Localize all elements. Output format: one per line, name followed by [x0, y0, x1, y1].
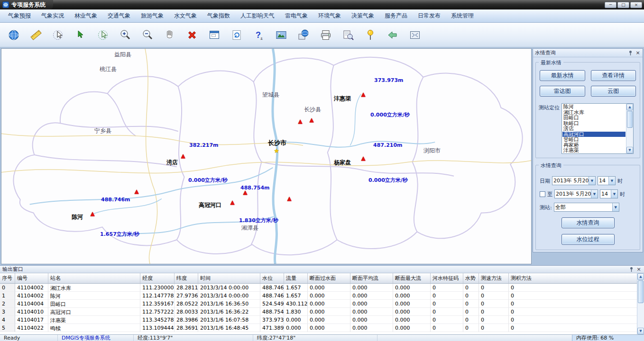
table-row[interactable]: 3 41104010 高冠河口 112.757222 28.003333 201…: [0, 308, 644, 316]
scroll-down-icon[interactable]: ▼: [626, 147, 633, 153]
column-header[interactable]: 测速方法: [479, 273, 509, 283]
menu-item[interactable]: 林业气象: [69, 9, 102, 23]
select-features-button[interactable]: [49, 25, 67, 45]
panel-close-icon[interactable]: ×: [635, 50, 641, 55]
print-button[interactable]: [317, 25, 335, 45]
menu-item[interactable]: 雷电气象: [280, 9, 313, 23]
menu-item[interactable]: 气象指数: [202, 9, 235, 23]
station-marker-icon[interactable]: ▲: [134, 188, 138, 194]
pin-icon[interactable]: [629, 267, 634, 272]
menu-item[interactable]: 服务产品: [379, 9, 413, 23]
locate-button[interactable]: [361, 25, 379, 45]
column-header[interactable]: 水势: [463, 273, 479, 283]
table-cell: 488.746: [260, 292, 284, 300]
table-row[interactable]: 1 41104002 陈河 112.147778 27.973611 2013/…: [0, 292, 644, 300]
clear-button[interactable]: [183, 25, 201, 45]
image-button[interactable]: [272, 25, 290, 45]
menu-item[interactable]: 日常发布: [413, 9, 446, 23]
zoom-in-button[interactable]: [116, 25, 134, 45]
menu-item[interactable]: 系统管理: [446, 9, 479, 23]
date-from-select[interactable]: 2013年 5月20日 ▼: [552, 176, 596, 185]
column-header[interactable]: 河水特征码: [431, 273, 463, 283]
table-row[interactable]: 5 41104022 鸣犊 113.109444 28.369167 2013/…: [0, 324, 644, 332]
station-marker-icon[interactable]: ▲: [298, 118, 302, 124]
water-query-button[interactable]: 水情查询: [561, 217, 615, 228]
menu-item[interactable]: 水文气象: [169, 9, 202, 23]
select-arrow-button[interactable]: [72, 25, 90, 45]
pan-button[interactable]: [161, 25, 179, 45]
print-preview-button[interactable]: [339, 25, 357, 45]
station-marker-icon[interactable]: ▲: [243, 189, 247, 195]
column-header[interactable]: 纬度: [175, 273, 198, 283]
scroll-up-icon[interactable]: ▲: [637, 273, 644, 280]
station-marker-icon[interactable]: ▲: [287, 196, 291, 201]
help-button[interactable]: ?±: [250, 25, 268, 45]
column-header[interactable]: 编号: [15, 273, 48, 283]
panel-button[interactable]: 云图: [591, 86, 636, 97]
output-scrollbar[interactable]: ▲ ▼: [637, 273, 644, 334]
scroll-thumb[interactable]: [638, 280, 644, 303]
station-list-item[interactable]: 田峪口: [562, 115, 626, 121]
map-canvas[interactable]: 益阳县桃江县宁乡县望城县长沙县浏阳市湘潭县 涝店陈河高冠河口杨家盘沣惠渠 382…: [1, 48, 532, 264]
column-header[interactable]: 站名: [48, 273, 140, 283]
scroll-up-icon[interactable]: ▲: [626, 104, 633, 110]
refresh-button[interactable]: [228, 25, 246, 45]
column-header[interactable]: 水位: [260, 273, 284, 283]
column-header[interactable]: 流量: [284, 273, 308, 283]
station-list-item[interactable]: 甘峪口: [562, 137, 626, 143]
scroll-thumb[interactable]: [627, 111, 633, 128]
date-to-checkbox[interactable]: [540, 191, 545, 197]
column-header[interactable]: 序号: [0, 273, 15, 283]
globe-button[interactable]: [5, 25, 23, 45]
menu-item[interactable]: 决策气象: [346, 9, 379, 23]
minimize-button[interactable]: ─: [605, 2, 616, 8]
basemap-button[interactable]: [294, 25, 313, 45]
table-row[interactable]: 0 41104002 湘江水库 111.230000 28.281111 201…: [0, 284, 644, 292]
station-list-item[interactable]: 涝店: [562, 126, 626, 132]
measure-button[interactable]: [27, 25, 45, 45]
column-header[interactable]: 时间: [198, 273, 260, 283]
column-header[interactable]: 断面过水面: [308, 273, 350, 283]
station-list-item[interactable]: 沣惠渠: [562, 148, 626, 153]
column-header[interactable]: 断面最大流: [393, 273, 431, 283]
hour-from-select[interactable]: 14 ▼: [598, 176, 616, 185]
menu-item[interactable]: 旅游气象: [136, 9, 169, 23]
station-marker-icon[interactable]: ▲: [309, 117, 313, 123]
close-button[interactable]: ×: [630, 2, 642, 8]
panel-button[interactable]: 查看详情: [591, 70, 636, 81]
output-close-icon[interactable]: ×: [636, 267, 642, 272]
back-button[interactable]: [384, 25, 402, 45]
scroll-down-icon[interactable]: ▼: [637, 328, 644, 334]
station-marker-icon[interactable]: ▲: [230, 199, 234, 205]
water-level-process-button[interactable]: 水位过程: [561, 234, 615, 245]
pin-balloon-icon: [364, 29, 377, 41]
deselect-button[interactable]: [94, 25, 112, 45]
table-row[interactable]: 2 41104004 田峪口 112.359167 28.052222 2013…: [0, 300, 644, 308]
menu-item[interactable]: 气象预报: [3, 9, 36, 23]
panel-button[interactable]: 最新水情: [540, 70, 585, 81]
column-header[interactable]: 断面平均流: [350, 273, 393, 283]
full-extent-button[interactable]: [406, 25, 424, 45]
hour-to-select[interactable]: 14 ▼: [600, 189, 618, 198]
station-list-item[interactable]: 陈河: [562, 104, 626, 110]
column-header[interactable]: 测积方法: [509, 273, 644, 283]
station-marker-icon[interactable]: ▲: [361, 91, 365, 97]
fit-window-button[interactable]: [205, 25, 223, 45]
menu-item[interactable]: 环境气象: [313, 9, 346, 23]
menu-item[interactable]: 人工影响天气: [235, 9, 280, 23]
station-listbox[interactable]: 陈河湘江水库田峪口耿峪口涝店高冠河口甘峪口冉家桥沣惠渠: [561, 103, 634, 154]
station-marker-icon[interactable]: ▲: [181, 153, 185, 159]
date-to-select[interactable]: 2013年 5月20日 ▼: [554, 189, 598, 198]
listbox-scrollbar[interactable]: ▲ ▼: [626, 104, 633, 153]
zoom-out-button[interactable]: [138, 25, 156, 45]
maximize-button[interactable]: □: [617, 2, 629, 8]
table-row[interactable]: 4 41104017 沣惠渠 113.345278 28.398611 2013…: [0, 316, 644, 324]
panel-button[interactable]: 雷达图: [540, 86, 585, 97]
column-header[interactable]: 经度: [140, 273, 175, 283]
pin-icon[interactable]: [628, 50, 633, 55]
station-select[interactable]: 全部 ▼: [554, 203, 619, 212]
station-marker-icon[interactable]: ▲: [90, 211, 94, 216]
menu-item[interactable]: 气象实况: [36, 9, 69, 23]
station-marker-icon[interactable]: ▲: [361, 155, 365, 161]
menu-item[interactable]: 交通气象: [102, 9, 136, 23]
